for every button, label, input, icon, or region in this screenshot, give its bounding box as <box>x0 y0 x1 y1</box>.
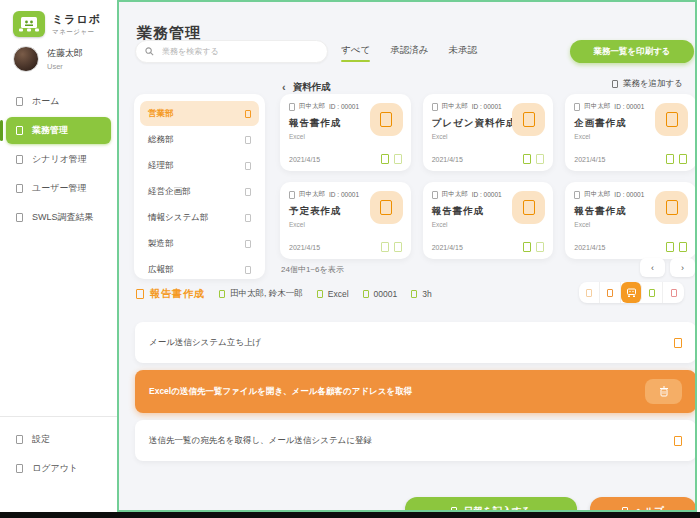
user-profile[interactable]: 佐藤太郎 User <box>13 46 83 72</box>
filter-tabs: すべて 承認済み 未承認 <box>341 44 477 62</box>
task-card[interactable]: 田中太郎 ID : 00001 報告書作成 Excel 2021/4/15 <box>280 94 411 171</box>
pagination-summary: 24個中1~6を表示 <box>281 264 344 275</box>
card-footer: 2021/4/15 <box>574 242 687 252</box>
detail-title-group: 報告書作成 <box>136 287 205 301</box>
step-row-highlighted[interactable]: Excelの送信先一覧ファイルを開き、メール各顧客のアドレスを取得 <box>135 370 696 413</box>
robot-icon <box>626 288 637 298</box>
task-card[interactable]: 田中太郎 ID : 00001 プレゼン資料作成 Excel 2021/4/15 <box>423 94 554 171</box>
check-icon <box>649 289 655 297</box>
check-icon[interactable] <box>394 154 402 164</box>
add-task-link[interactable]: 業務を追加する <box>612 78 683 90</box>
tab-all[interactable]: すべて <box>341 44 370 62</box>
card-id: ID : 00001 <box>614 191 644 198</box>
delete-step-button[interactable] <box>645 379 682 404</box>
detail-id: 00001 <box>363 289 398 299</box>
robot-icon[interactable] <box>523 242 531 252</box>
sidebar-item-label: SWLS調査結果 <box>32 211 94 224</box>
daily-report-label: 日報を記入する <box>464 505 531 513</box>
prev-page-button[interactable]: ‹ <box>640 258 665 277</box>
card-owner: 田中太郎 <box>299 102 325 111</box>
detail-duration: 3h <box>411 289 431 299</box>
task-card[interactable]: 田中太郎 ID : 00001 企画書作成 Excel 2021/4/15 <box>565 94 696 171</box>
sidebar-item-logout[interactable]: ログアウト <box>6 455 111 482</box>
task-card[interactable]: 田中太郎 ID : 00001 報告書作成 Excel 2021/4/15 <box>423 182 554 259</box>
document-icon <box>370 103 403 136</box>
step-text: Excelの送信先一覧ファイルを開き、メール各顧客のアドレスを取得 <box>149 386 412 398</box>
card-date: 2021/4/15 <box>574 244 605 251</box>
dept-item-manufacturing[interactable]: 製造部 <box>140 231 259 256</box>
sidebar-item-label: ログアウト <box>32 462 78 475</box>
step-row[interactable]: メール送信システム立ち上げ <box>135 322 696 363</box>
robot-icon[interactable] <box>666 242 674 252</box>
help-label: ヘルプ <box>635 505 664 513</box>
robot-icon[interactable] <box>666 154 674 164</box>
card-id: ID : 00001 <box>329 103 359 110</box>
delete-action-button[interactable] <box>663 282 684 303</box>
dept-item-general-affairs[interactable]: 総務部 <box>140 127 259 152</box>
sidebar-item-settings[interactable]: 設定 <box>6 426 111 453</box>
check-icon[interactable] <box>679 154 687 164</box>
robot-action-button[interactable] <box>621 282 642 303</box>
check-icon[interactable] <box>536 154 544 164</box>
sidebar-footer-nav: 設定 ログアウト <box>0 424 117 484</box>
sidebar-item-task-management[interactable]: 業務管理 <box>6 117 111 144</box>
sidebar-item-swls-results[interactable]: SWLS調査結果 <box>6 204 111 231</box>
detail-members-label: 田中太郎, 鈴木一郎 <box>230 288 303 300</box>
dept-item-pr[interactable]: 広報部 <box>140 257 259 282</box>
dept-label: 営業部 <box>148 108 174 120</box>
history-action-button[interactable] <box>579 282 600 303</box>
edit-action-button[interactable] <box>600 282 621 303</box>
approve-action-button[interactable] <box>642 282 663 303</box>
sidebar-item-user-management[interactable]: ユーザー管理 <box>6 175 111 202</box>
print-task-list-button[interactable]: 業務一覧を印刷する <box>570 40 694 63</box>
detail-tool-label: Excel <box>328 289 349 299</box>
card-footer: 2021/4/15 <box>289 242 402 252</box>
document-glyph <box>666 200 678 215</box>
dept-item-sales[interactable]: 営業部 <box>140 101 259 126</box>
dept-item-corporate-planning[interactable]: 経営企画部 <box>140 179 259 204</box>
next-page-button[interactable]: › <box>670 258 695 277</box>
briefcase-icon <box>16 126 23 135</box>
document-glyph <box>523 200 535 215</box>
dept-item-it[interactable]: 情報システム部 <box>140 205 259 230</box>
tab-approved[interactable]: 承認済み <box>390 44 428 62</box>
pagination-controls: ‹ › <box>640 258 695 277</box>
chevron-right-icon <box>245 214 251 222</box>
card-footer: 2021/4/15 <box>289 154 402 164</box>
robot-icon[interactable] <box>381 154 389 164</box>
edit-icon[interactable] <box>674 436 682 446</box>
dept-label: 総務部 <box>148 134 174 146</box>
search-input[interactable] <box>160 46 318 57</box>
edit-icon[interactable] <box>674 338 682 348</box>
daily-report-button[interactable]: 日報を記入する <box>405 497 577 512</box>
document-icon <box>655 103 688 136</box>
robot-logo-icon <box>13 11 45 37</box>
task-card[interactable]: 田中太郎 ID : 00001 報告書作成 Excel 2021/4/15 <box>565 182 696 259</box>
sidebar-item-home[interactable]: ホーム <box>6 88 111 115</box>
check-icon[interactable] <box>394 242 402 252</box>
app-window: ミラロボ マネージャー 佐藤太郎 User ホーム 業務管理 <box>0 0 700 518</box>
sidebar-item-label: ユーザー管理 <box>32 182 86 195</box>
help-button[interactable]: ヘルプ <box>590 497 696 512</box>
step-text: メール送信システム立ち上げ <box>149 337 261 349</box>
active-accent-bar <box>0 120 3 141</box>
tab-unapproved[interactable]: 未承認 <box>448 44 477 62</box>
check-icon[interactable] <box>536 242 544 252</box>
detail-title: 報告書作成 <box>150 287 205 301</box>
dept-label: 経営企画部 <box>148 186 191 198</box>
document-icon <box>512 191 545 224</box>
step-row[interactable]: 送信先一覧の宛先名を取得し、メール送信システムに登録 <box>135 420 696 461</box>
document-icon <box>655 191 688 224</box>
card-footer: 2021/4/15 <box>432 242 545 252</box>
back-chevron-icon[interactable]: ‹ <box>282 82 286 93</box>
task-card[interactable]: 田中太郎 ID : 00001 予定表作成 Excel 2021/4/15 <box>280 182 411 259</box>
sidebar-item-scenario-management[interactable]: シナリオ管理 <box>6 146 111 173</box>
card-date: 2021/4/15 <box>432 244 463 251</box>
robot-icon[interactable] <box>523 154 531 164</box>
avatar <box>13 46 39 72</box>
check-icon[interactable] <box>679 242 687 252</box>
card-date: 2021/4/15 <box>574 156 605 163</box>
robot-icon[interactable] <box>381 242 389 252</box>
dept-item-accounting[interactable]: 経理部 <box>140 153 259 178</box>
clock-icon <box>411 290 417 298</box>
